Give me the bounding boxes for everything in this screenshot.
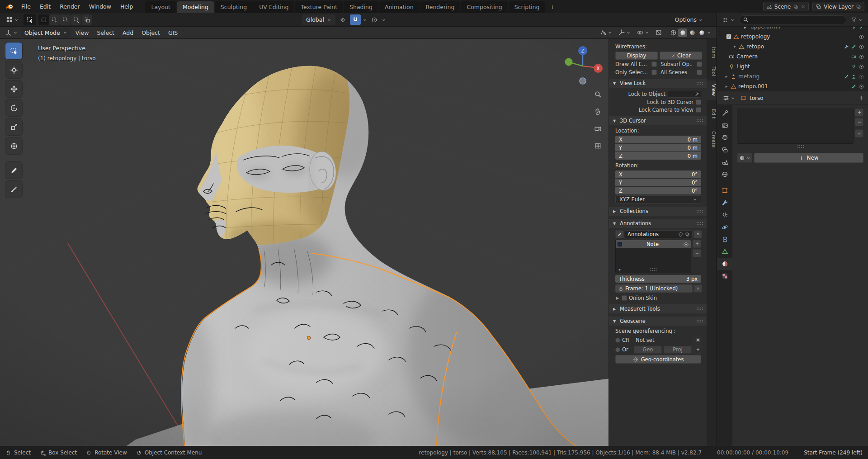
remove-slot-button[interactable]: [855, 118, 863, 126]
tab-physics[interactable]: [717, 221, 732, 233]
snap-toggle-button[interactable]: [350, 14, 361, 25]
options-dropdown[interactable]: Options: [675, 16, 713, 23]
viewport-menu-gis[interactable]: GIS: [165, 28, 181, 38]
cursor-rotation-y[interactable]: Y-0°: [615, 179, 701, 186]
viewport-menu-select[interactable]: Select: [93, 28, 118, 38]
tool-scale-button[interactable]: [5, 118, 22, 135]
frame-delete-button[interactable]: [693, 284, 702, 293]
visibility-eye-icon[interactable]: [859, 74, 864, 80]
menu-edit[interactable]: Edit: [36, 2, 55, 11]
workspace-tab-sculpting[interactable]: Sculpting: [215, 1, 253, 13]
menu-help[interactable]: Help: [116, 2, 137, 11]
workspace-tab-modeling[interactable]: Modeling: [177, 1, 214, 13]
layer-color-swatch[interactable]: [618, 242, 622, 246]
annotation-thickness-slider[interactable]: Thickness3 px: [615, 275, 701, 283]
cursor-location-x[interactable]: X0 m: [615, 136, 701, 143]
tool-transform-button[interactable]: [5, 137, 22, 154]
crs-settings-gear-icon[interactable]: [693, 336, 702, 344]
tab-tool[interactable]: [717, 107, 732, 119]
tab-render[interactable]: [717, 119, 732, 132]
viewport-menu-add[interactable]: Add: [119, 28, 137, 38]
select-mode-intersect-button[interactable]: [82, 14, 92, 25]
pan-hand-icon[interactable]: [591, 105, 604, 118]
overlays-dropdown[interactable]: [635, 28, 651, 37]
select-mode-set-button[interactable]: [38, 14, 49, 25]
tab-constraints[interactable]: [717, 233, 732, 246]
origin-proj-button[interactable]: Proj: [664, 346, 692, 354]
all-scenes-checkbox[interactable]: [697, 70, 702, 75]
workspace-tab-uv-editing[interactable]: UV Editing: [253, 1, 294, 13]
workspace-tab-animation[interactable]: Animation: [379, 1, 420, 13]
outliner-row-camera[interactable]: Camera: [717, 52, 868, 62]
viewport-menu-view[interactable]: View: [72, 28, 93, 38]
workspace-tab-compositing[interactable]: Compositing: [461, 1, 508, 13]
layer-visibility-eye-icon[interactable]: [683, 241, 689, 247]
workspace-tab-texture-paint[interactable]: Texture Paint: [295, 1, 343, 13]
navigation-gizmo[interactable]: Z X: [562, 44, 604, 86]
wireframes-display-button[interactable]: Display: [615, 52, 658, 60]
lock-to-object-field[interactable]: [668, 90, 701, 98]
wireframes-clear-button[interactable]: Clear: [660, 52, 702, 60]
view-lock-panel-header[interactable]: ▼View Lock: [609, 79, 707, 88]
new-material-button[interactable]: New: [754, 153, 863, 163]
pin-icon[interactable]: [859, 95, 864, 101]
cursor-location-y[interactable]: Y0 m: [615, 144, 701, 151]
sidebar-tab-edit[interactable]: Edit: [707, 105, 717, 122]
tab-object[interactable]: [717, 185, 732, 197]
camera-view-icon[interactable]: [591, 122, 604, 135]
xray-toggle[interactable]: [653, 28, 664, 38]
add-layer-button[interactable]: [693, 240, 701, 248]
menu-file[interactable]: File: [17, 2, 35, 11]
select-mode-invert-button[interactable]: [71, 14, 81, 25]
select-mode-subtract-button[interactable]: [60, 14, 71, 25]
tool-cursor-button[interactable]: [5, 62, 22, 78]
tab-modifiers[interactable]: [717, 197, 732, 209]
workspace-tab-shading[interactable]: Shading: [344, 1, 378, 13]
only-selected-checkbox[interactable]: [651, 70, 657, 75]
rotation-mode-dropdown[interactable]: XYZ Euler: [615, 195, 701, 203]
snap-target-button[interactable]: [337, 14, 348, 25]
editor-type-button[interactable]: [4, 15, 21, 24]
select-mode-extend-button[interactable]: [49, 14, 60, 25]
onion-skin-expander[interactable]: ▶: [615, 296, 620, 300]
onion-skin-checkbox[interactable]: [622, 295, 627, 301]
view-layer-selector[interactable]: View Layer: [812, 2, 864, 11]
annotation-name-field[interactable]: Annotations: [625, 230, 693, 238]
geoscene-panel-header[interactable]: ▼Geoscene: [609, 317, 707, 326]
geo-coordinates-button[interactable]: Geo-coordinates: [615, 355, 701, 364]
fake-user-shield-icon[interactable]: [678, 232, 683, 237]
blender-logo-icon[interactable]: [4, 2, 15, 11]
tool-measure-button[interactable]: [5, 181, 22, 198]
collection-checkbox[interactable]: ✓: [726, 34, 731, 39]
tab-world[interactable]: [717, 168, 732, 180]
tab-scene[interactable]: [717, 156, 732, 168]
scene-selector[interactable]: Scene: [763, 2, 809, 11]
visibility-eye-icon[interactable]: [859, 34, 864, 40]
outliner-row-retopo[interactable]: ▾ retopo: [717, 42, 868, 52]
subsurf-checkbox[interactable]: [697, 62, 702, 67]
add-slot-button[interactable]: [855, 109, 863, 117]
shading-dropdown-icon[interactable]: [707, 30, 711, 35]
annotation-frame-button[interactable]: Frame: 1 (Unlocked): [615, 284, 693, 293]
outliner-filter-dropdown[interactable]: [849, 16, 865, 24]
visibility-eye-icon[interactable]: [859, 44, 864, 50]
menu-window[interactable]: Window: [85, 2, 115, 11]
outliner-display-mode-dropdown[interactable]: [720, 16, 737, 24]
gizmos-dropdown[interactable]: [616, 28, 633, 37]
cursor-location-z[interactable]: Z0 m: [615, 152, 701, 160]
tab-object-data[interactable]: [717, 246, 732, 258]
outliner-row-retopo-001[interactable]: ▸ retopo.001: [717, 81, 868, 91]
tool-move-button[interactable]: [5, 80, 22, 97]
workspace-tab-rendering[interactable]: Rendering: [420, 1, 461, 13]
sidebar-tab-tool[interactable]: Tool: [707, 63, 717, 80]
slot-specials-dropdown[interactable]: [855, 129, 863, 137]
snap-dropdown-icon[interactable]: [363, 18, 367, 22]
new-view-layer-icon[interactable]: [856, 4, 861, 9]
annotation-unlink-button[interactable]: [693, 230, 702, 238]
duplicate-icon[interactable]: [685, 232, 690, 237]
tab-material[interactable]: [717, 258, 732, 270]
material-browse-button[interactable]: [737, 153, 752, 163]
tool-rotate-button[interactable]: [5, 99, 22, 116]
viewport-canvas[interactable]: User Perspective (1) retopology | torso: [0, 39, 707, 446]
viewport-menu-object[interactable]: Object: [138, 28, 164, 38]
